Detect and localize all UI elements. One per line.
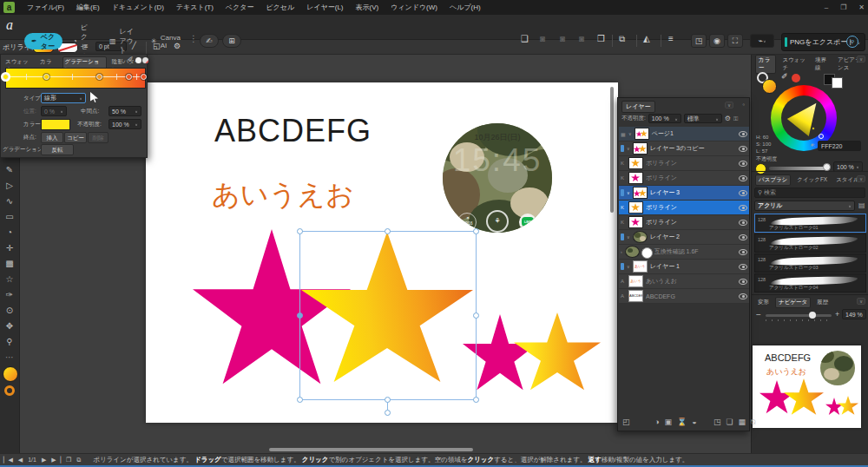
zoom-slider-track[interactable] xyxy=(766,314,832,317)
opacity-slider-track[interactable] xyxy=(769,167,828,170)
insert-stop-button[interactable]: 挿入 xyxy=(41,132,63,143)
menu-file[interactable]: ファイル(F) xyxy=(27,3,64,12)
selection-handle[interactable] xyxy=(385,228,391,234)
picker-icon[interactable]: ✐ xyxy=(128,56,134,63)
expand-chevron-icon[interactable]: ∨ xyxy=(627,234,630,240)
gradient-stop[interactable] xyxy=(96,74,102,80)
tab-color[interactable]: カラー xyxy=(755,55,776,74)
stroke-color-indicator[interactable] xyxy=(4,385,15,396)
vector-brush-tool-icon[interactable]: ∿ xyxy=(0,196,19,206)
none-swatch-icon[interactable] xyxy=(142,57,148,63)
star-tool-icon[interactable]: ☆ xyxy=(0,274,19,284)
tab-navigator[interactable]: ナビゲータ xyxy=(775,297,811,308)
persona-layout-button[interactable]: ▥ レイアウト xyxy=(102,33,142,49)
close-button[interactable]: ✕ xyxy=(858,3,865,11)
persona-overflow-icon[interactable]: ⋮ xyxy=(189,34,198,43)
selection-handle[interactable] xyxy=(297,312,303,319)
layer-row-group[interactable]: ∨ レイヤー 3のコピー xyxy=(619,141,749,156)
visibility-eye-icon[interactable] xyxy=(739,205,747,211)
help-button[interactable]: ? xyxy=(846,36,858,48)
vertical-scrollbar[interactable] xyxy=(610,87,614,213)
boolean-combine-icon[interactable]: ❒ xyxy=(597,34,605,43)
move-into-icon[interactable]: ◳ xyxy=(713,418,721,426)
menu-window[interactable]: ウィンドウ(W) xyxy=(391,3,437,12)
zoom-tool-icon[interactable]: ⚲ xyxy=(0,337,19,346)
layers-opacity-dropdown[interactable]: 100 %∨ xyxy=(648,114,681,123)
menu-help[interactable]: ヘルプ(H) xyxy=(450,3,481,12)
grid-options-button[interactable]: ⊞ xyxy=(222,34,241,48)
node-tool-icon[interactable]: ▷ xyxy=(0,181,19,190)
tab-quick-fx[interactable]: クイックFX xyxy=(794,175,830,185)
selection-handle[interactable] xyxy=(473,312,479,319)
mask-icon[interactable]: ⌛ xyxy=(677,418,687,426)
brush-panel-icon[interactable]: ▤ xyxy=(858,201,865,209)
first-page-button[interactable]: ▏◀ xyxy=(3,457,13,464)
fill-color-well[interactable] xyxy=(762,79,777,94)
selection-handle[interactable] xyxy=(297,397,303,403)
layer-row-text[interactable]: A ABCDEFG ABCDEFG xyxy=(619,289,749,304)
horizontal-scrollbar[interactable] xyxy=(269,448,473,451)
flip-icon[interactable]: ◭ xyxy=(643,34,650,43)
navigator-preview[interactable]: ABCDEFG あいうえお xyxy=(753,345,861,428)
layer-row-watch[interactable]: › 互換性確認 1.6F xyxy=(619,245,749,260)
visibility-eye-icon[interactable] xyxy=(739,264,747,270)
pen-tool-icon[interactable]: ✎ xyxy=(0,165,19,174)
copy-stop-button[interactable]: コピー xyxy=(64,132,87,143)
menu-vector[interactable]: ベクター xyxy=(226,3,254,12)
brush-item[interactable]: 128アクリルストローク04 xyxy=(754,273,866,293)
brush-category-dropdown[interactable]: アクリル∨ xyxy=(754,201,855,211)
canvas-subheading-text[interactable]: あいうえお xyxy=(212,176,354,214)
reverse-gradient-button[interactable]: 反転 xyxy=(41,144,74,155)
visibility-eye-icon[interactable] xyxy=(739,279,747,285)
panel-menu-icon[interactable]: ∨ xyxy=(725,102,733,109)
hex-input[interactable]: FFF220 xyxy=(818,141,861,151)
visibility-eye-icon[interactable] xyxy=(739,293,747,299)
selection-handle[interactable] xyxy=(473,397,479,403)
stop-color-swatch[interactable] xyxy=(41,119,70,130)
expand-chevron-icon[interactable]: ∨ xyxy=(628,131,632,136)
add-page-icon[interactable]: ❐ xyxy=(66,457,71,464)
insert-behind-button[interactable]: ◳ xyxy=(691,34,707,48)
panel-menu-icon[interactable]: ∨ xyxy=(857,298,865,305)
minimize-button[interactable]: – xyxy=(825,3,828,11)
zoom-out-button[interactable]: − xyxy=(756,310,761,319)
brush-search-input[interactable]: ⚲ 検索 xyxy=(754,187,865,198)
gradient-midpoint-tick[interactable] xyxy=(26,74,27,80)
lock-icon[interactable]: ⚿ xyxy=(733,115,738,122)
canvas-heading-text[interactable]: ABCDEFG xyxy=(214,113,372,149)
persona-canva-ai-button[interactable]: ✳ Canva AI xyxy=(144,33,187,49)
visibility-eye-icon[interactable] xyxy=(739,161,747,167)
zoom-slider-knob[interactable] xyxy=(809,312,816,319)
menu-document[interactable]: ドキュメント(D) xyxy=(112,3,164,12)
layer-row-polyline[interactable]: K ポリライン xyxy=(619,215,749,230)
tab-history[interactable]: 履歴 xyxy=(814,298,831,307)
wheel-selector[interactable] xyxy=(812,127,815,130)
visibility-eye-icon[interactable] xyxy=(739,131,747,137)
duplicate-page-icon[interactable]: ⧉ xyxy=(76,457,81,464)
restore-button[interactable]: ❐ xyxy=(840,3,846,11)
selection-handle[interactable] xyxy=(473,228,479,234)
menu-view[interactable]: 表示(V) xyxy=(356,3,379,12)
alignment-icon[interactable]: ≡ xyxy=(668,34,674,43)
white-swatch-icon[interactable] xyxy=(135,57,141,63)
shape-tool-icon[interactable]: ◔ xyxy=(0,227,19,237)
insert-on-top-button[interactable]: ⛶ xyxy=(727,34,743,48)
zoom-in-button[interactable]: + xyxy=(835,310,839,319)
image-tool-icon[interactable]: ▩ xyxy=(0,259,19,268)
boolean-add-icon[interactable]: ❑ xyxy=(521,34,529,43)
menu-text[interactable]: テキスト(T) xyxy=(176,3,214,12)
opacity-slider-knob[interactable] xyxy=(823,163,831,171)
zoom-percent-field[interactable]: 149 % xyxy=(842,309,866,319)
tab-transform[interactable]: 変形 xyxy=(755,298,772,307)
visibility-eye-icon[interactable] xyxy=(739,234,747,240)
selection-handle[interactable] xyxy=(297,228,303,234)
layer-row-polyline[interactable]: K ポリライン xyxy=(619,171,749,186)
picked-color-swatch[interactable] xyxy=(792,74,800,82)
move-tool-icon[interactable]: ✛ xyxy=(0,243,19,253)
expand-chevron-icon[interactable]: ∨ xyxy=(627,190,630,195)
pencil-tool-icon[interactable]: ✑ xyxy=(0,290,19,299)
menu-edit[interactable]: 編集(E) xyxy=(76,3,100,12)
new-layer-icon[interactable]: ❏ xyxy=(727,418,733,426)
fill-color-indicator[interactable] xyxy=(3,366,18,382)
gradient-midpoint-tick[interactable] xyxy=(116,74,117,80)
